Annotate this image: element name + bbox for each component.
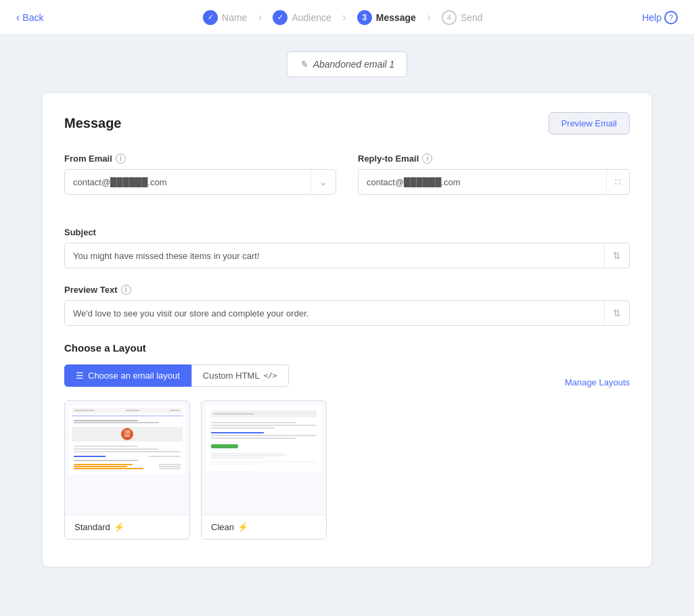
step-audience-label: Audience [292, 12, 331, 23]
step-audience[interactable]: ✓ Audience [262, 10, 342, 25]
card-header: Message Preview Email [64, 112, 630, 135]
template-card-clean[interactable]: Clean ⚡ [201, 400, 327, 540]
tab-choose-email-layout[interactable]: ☰ Choose an email layout [64, 364, 191, 387]
from-email-input-wrapper: ⌄ [64, 169, 336, 195]
step-name[interactable]: ✓ Name [192, 10, 258, 25]
step-audience-circle: ✓ [273, 10, 287, 25]
back-button[interactable]: ‹ Back [16, 11, 43, 24]
email-fields-row: From Email i ⌄ Reply-to Email i ∷ [64, 153, 630, 211]
layout-tabs-row: ☰ Choose an email layout Custom HTML </>… [64, 364, 630, 400]
choose-layout-section: Choose a Layout ☰ Choose an email layout… [64, 342, 630, 540]
email-title-text: Abandoned email 1 [313, 59, 395, 70]
step-message-label: Message [376, 12, 416, 23]
step-name-circle: ✓ [203, 10, 218, 25]
step-send-circle: 4 [442, 10, 457, 25]
edit-icon: ✎ [300, 59, 308, 70]
template-label-clean: Clean ⚡ [202, 515, 326, 539]
reply-to-email-section: Reply-to Email i ∷ [358, 153, 630, 195]
tab-custom-html-icon: </> [264, 371, 277, 380]
subject-label: Subject [64, 227, 630, 237]
reply-to-email-label: Reply-to Email i [358, 153, 630, 164]
template-clean-text: Clean [211, 522, 234, 532]
template-thumb-standard: YOURLOGOHERE [65, 401, 189, 515]
email-title-box[interactable]: ✎ Abandoned email 1 [287, 51, 408, 77]
preview-text-info-icon[interactable]: i [121, 285, 131, 295]
tab-custom-html-label: Custom HTML [203, 371, 260, 381]
template-label-standard: Standard ⚡ [65, 515, 189, 539]
step-send-label: Send [461, 12, 483, 23]
subject-merge-icon[interactable]: ⇅ [604, 243, 629, 268]
clean-flash-icon: ⚡ [237, 522, 248, 532]
template-grid: YOURLOGOHERE [64, 400, 630, 540]
manage-layouts-link[interactable]: Manage Layouts [565, 377, 630, 387]
tab-custom-html[interactable]: Custom HTML </> [191, 364, 289, 387]
preview-email-button[interactable]: Preview Email [549, 112, 630, 135]
template-card-standard[interactable]: YOURLOGOHERE [64, 400, 190, 540]
layout-tabs: ☰ Choose an email layout Custom HTML </> [64, 364, 289, 387]
reply-to-email-input[interactable] [358, 170, 606, 194]
reply-to-email-info-icon[interactable]: i [422, 153, 432, 164]
step-name-label: Name [222, 12, 247, 23]
steps-nav: ✓ Name › ✓ Audience › 3 Message › 4 Send [192, 10, 494, 25]
tab-email-layout-label: Choose an email layout [88, 371, 180, 381]
preview-text-label: Preview Text i [64, 285, 630, 295]
subject-input[interactable] [65, 244, 604, 268]
from-email-dropdown-icon[interactable]: ⌄ [310, 170, 336, 194]
step-message[interactable]: 3 Message [346, 10, 427, 25]
back-arrow-icon: ‹ [16, 11, 20, 24]
from-email-label: From Email i [64, 153, 336, 164]
from-email-info-icon[interactable]: i [116, 153, 126, 164]
template-standard-text: Standard [74, 522, 110, 532]
top-navigation: ‹ Back ✓ Name › ✓ Audience › 3 Message ›… [0, 0, 694, 35]
preview-text-input[interactable] [65, 302, 604, 325]
help-label: Help [642, 12, 662, 23]
step-send[interactable]: 4 Send [431, 10, 494, 25]
reply-to-email-icon[interactable]: ∷ [606, 170, 629, 194]
preview-text-input-wrapper: ⇅ [64, 300, 630, 326]
template-thumb-clean [202, 401, 326, 515]
step-message-circle: 3 [357, 10, 372, 25]
help-icon: ? [664, 11, 678, 24]
back-label: Back [22, 12, 43, 23]
standard-flash-icon: ⚡ [114, 522, 124, 532]
page-content: ✎ Abandoned email 1 Message Preview Emai… [0, 35, 694, 583]
preview-text-merge-icon[interactable]: ⇅ [604, 301, 629, 325]
tab-email-layout-icon: ☰ [76, 371, 84, 381]
layout-section-label: Choose a Layout [64, 342, 630, 354]
subject-section: Subject ⇅ [64, 227, 630, 268]
subject-input-wrapper: ⇅ [64, 243, 630, 268]
help-button[interactable]: Help ? [642, 11, 678, 24]
reply-to-email-input-wrapper: ∷ [358, 169, 630, 195]
from-email-input[interactable] [65, 170, 310, 194]
from-email-section: From Email i ⌄ [64, 153, 336, 195]
preview-text-section: Preview Text i ⇅ [64, 285, 630, 326]
main-card: Message Preview Email From Email i ⌄ Rep… [43, 93, 651, 567]
card-title: Message [64, 116, 122, 131]
